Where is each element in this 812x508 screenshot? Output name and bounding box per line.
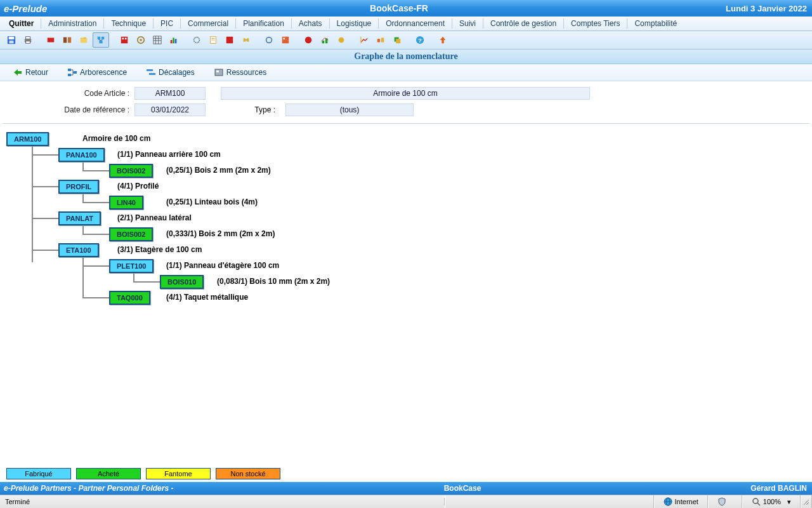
svg-rect-17 [125, 38, 127, 40]
type-label: Type : [237, 105, 279, 114]
tool-icon-8[interactable] [166, 33, 181, 47]
legend-fantome: Fantome [146, 468, 211, 479]
dateref-label: Date de référence : [3, 105, 134, 114]
svg-line-14 [101, 39, 103, 41]
node-bois002a[interactable]: BOIS002 [109, 164, 153, 178]
tool-icon-17[interactable] [334, 33, 349, 47]
menu-suivi[interactable]: Suivi [453, 18, 482, 29]
footer-center: BookCase [245, 484, 680, 493]
tool-icon-11[interactable] [222, 33, 237, 47]
node-taq000[interactable]: TAQ000 [109, 291, 150, 305]
tool-icon-15[interactable] [301, 33, 316, 47]
svg-rect-15 [121, 37, 128, 44]
node-lin40[interactable]: LIN40 [109, 196, 143, 210]
back-arrow-icon [13, 68, 23, 77]
tool-icon-1[interactable] [43, 33, 58, 47]
type-value[interactable]: (tous) [285, 104, 414, 116]
tree-icon [67, 68, 77, 77]
globe-icon [664, 497, 672, 506]
chevron-down-icon: ▾ [787, 498, 791, 506]
decalages-button[interactable]: Décalages [146, 68, 195, 77]
svg-point-19 [140, 39, 142, 41]
save-icon[interactable] [4, 33, 19, 47]
menu-comptes[interactable]: Comptes Tiers [565, 18, 626, 29]
code-label: Code Article : [3, 89, 134, 98]
tool-icon-12[interactable] [239, 33, 254, 47]
legend-nonstocke: Non stocké [216, 468, 280, 479]
print-icon[interactable] [20, 33, 36, 47]
status-sec[interactable] [708, 495, 742, 508]
menu-logistique[interactable]: Logistique [331, 18, 378, 29]
node-pana100[interactable]: PANA100 [58, 148, 105, 162]
svg-rect-36 [282, 37, 289, 44]
ressources-button[interactable]: Ressources [214, 68, 266, 77]
svg-rect-9 [81, 39, 88, 43]
menu-ordonnancement[interactable]: Ordonnancement [379, 18, 451, 29]
status-spacer [445, 495, 654, 508]
node-arm100[interactable]: ARM100 [6, 132, 49, 146]
label-lin40: (0,25/1) Linteau bois (4m) [166, 197, 258, 206]
label-profil: (4/1) Profilé [117, 182, 159, 190]
title-bar: e-Prelude BookCase-FR Lundi 3 Janvier 20… [0, 0, 812, 17]
resize-grip[interactable] [801, 495, 812, 508]
tool-icon-6[interactable] [133, 33, 148, 47]
status-zoom[interactable]: 100% ▾ [742, 495, 801, 508]
tool-icon-7[interactable] [150, 33, 165, 47]
svg-line-13 [99, 39, 102, 41]
tool-icon-9[interactable] [189, 33, 204, 47]
form-area: Code Article : ARM100 Armoire de 100 cm … [3, 81, 809, 124]
svg-rect-27 [175, 39, 177, 43]
help-icon[interactable]: ? [412, 33, 428, 47]
menu-controle[interactable]: Contrôle de gestion [484, 18, 563, 29]
tool-icon-10[interactable] [206, 33, 221, 47]
tool-icon-4[interactable] [93, 32, 109, 48]
svg-rect-39 [322, 41, 325, 43]
svg-rect-37 [284, 38, 285, 40]
svg-point-35 [266, 37, 272, 43]
label-bois010: (0,083/1) Bois 10 mm (2m x 2m) [217, 277, 330, 286]
menu-achats[interactable]: Achats [292, 18, 329, 29]
tool-icon-18[interactable] [357, 33, 372, 47]
code-value[interactable]: ARM100 [134, 87, 206, 100]
menu-comptabilite[interactable]: Comptabilité [628, 18, 683, 29]
tool-icon-3[interactable] [76, 33, 91, 47]
menu-technique[interactable]: Technique [105, 18, 152, 29]
svg-rect-50 [68, 74, 71, 76]
node-profil[interactable]: PROFIL [58, 180, 99, 194]
svg-rect-32 [226, 37, 233, 44]
tool-icon-19[interactable] [373, 33, 388, 47]
page-title: Graphe de la nomenclature [0, 50, 812, 64]
label-taq000: (4/1) Taquet métallique [166, 293, 248, 302]
node-bois002b[interactable]: BOIS002 [109, 227, 153, 241]
node-eta100[interactable]: ETA100 [58, 243, 99, 257]
node-plet100[interactable]: PLET100 [109, 259, 154, 273]
tool-icon-13[interactable] [261, 33, 277, 47]
label-bois002a: (0,25/1) Bois 2 mm (2m x 2m) [166, 166, 271, 175]
label-eta100: (3/1) Etagère de 100 cm [117, 245, 202, 254]
footer-left: e-Prelude Partners - Partner Personal Fo… [0, 484, 245, 493]
legend: Fabriqué Acheté Fantome Non stocké [0, 465, 812, 482]
menu-planification[interactable]: Planification [237, 18, 291, 29]
menu-pic[interactable]: PIC [154, 18, 180, 29]
menu-administration[interactable]: Administration [42, 18, 103, 29]
offset-icon [146, 68, 156, 77]
arborescence-button[interactable]: Arborescence [67, 68, 127, 77]
retour-button[interactable]: Retour [13, 68, 48, 77]
menu-quitter[interactable]: Quitter [3, 18, 40, 29]
status-bar: Terminé Internet 100% ▾ [0, 495, 812, 508]
dateref-value[interactable]: 03/01/2022 [134, 104, 206, 116]
tool-icon-14[interactable] [278, 33, 293, 47]
svg-rect-53 [149, 73, 155, 75]
tool-icon-16[interactable] [317, 33, 332, 47]
svg-rect-1 [9, 37, 15, 39]
node-bois010[interactable]: BOIS010 [160, 275, 204, 289]
desc-value: Armoire de 100 cm [221, 87, 590, 100]
tool-icon-20[interactable] [390, 33, 405, 47]
svg-point-28 [194, 37, 200, 43]
tool-icon-5[interactable] [117, 33, 132, 47]
menu-commercial[interactable]: Commercial [181, 18, 235, 29]
node-panlat[interactable]: PANLAT [58, 211, 101, 225]
up-arrow-icon[interactable] [435, 33, 450, 47]
tool-icon-2[interactable] [60, 33, 75, 47]
label-plet100: (1/1) Panneau d'étagère 100 cm [166, 261, 279, 270]
